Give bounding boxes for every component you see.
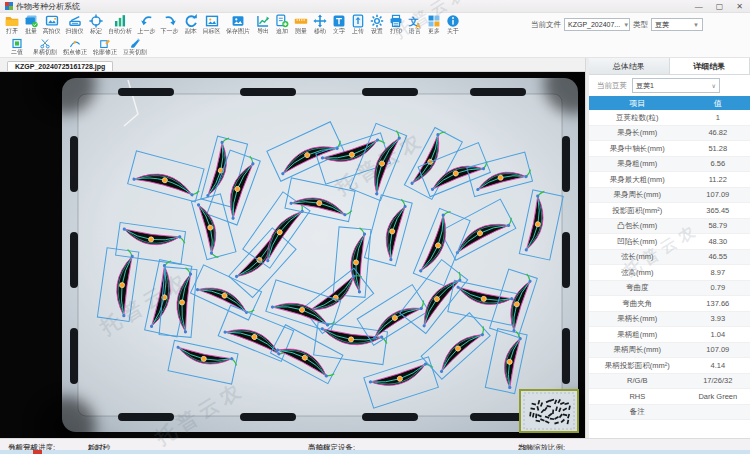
table-row[interactable]: 豆荚粒数(粒)1 xyxy=(589,110,750,126)
copy-icon xyxy=(184,14,198,28)
minimize-button[interactable]: — xyxy=(695,0,703,13)
row-value: 365.45 xyxy=(686,203,750,218)
edit-button-stemcut[interactable]: 果柄切割 xyxy=(31,38,59,57)
scanner-icon xyxy=(68,14,82,28)
toolbar-button-upload[interactable]: 上传 xyxy=(349,14,366,36)
toolbar-button-copy[interactable]: 副本 xyxy=(182,14,199,36)
row-item: 豆荚粒数(粒) xyxy=(589,110,686,125)
table-row[interactable]: 果身周长(mm)107.09 xyxy=(589,188,750,204)
row-item: RHS xyxy=(589,389,686,404)
row-item: 备注 xyxy=(589,405,686,420)
edit-button-binary[interactable]: 二值 xyxy=(5,38,29,57)
toolbar-button-target[interactable]: 目标区 xyxy=(201,14,222,36)
toolbar-button-saveimg[interactable]: 保存图片 xyxy=(224,14,252,36)
toolbar-button-text[interactable]: 文字 xyxy=(330,14,347,36)
row-value: 3.93 xyxy=(686,312,750,327)
podcut-icon xyxy=(129,38,141,49)
table-row[interactable]: 弦长(mm)46.55 xyxy=(589,250,750,266)
toolbar-button-scanner[interactable]: 扫描仪 xyxy=(64,14,85,36)
title-bar: 作物考种分析系统 — ▢ ✕ xyxy=(0,0,750,13)
row-value: 17/26/32 xyxy=(686,374,750,389)
toolbar-button-label: 上一步 xyxy=(138,28,156,35)
toolbar-button-export[interactable]: 导出 xyxy=(254,14,271,36)
chevron-down-icon: ∨ xyxy=(709,82,716,89)
toolbar-button-append[interactable]: 追加 xyxy=(273,14,290,36)
toolbar-button-measure[interactable]: 测量 xyxy=(292,14,309,36)
table-row[interactable]: RHSDark Green xyxy=(589,389,750,405)
toolbar-button-label: 豆荚切割 xyxy=(123,49,147,56)
toolbar-button-prev[interactable]: 上一步 xyxy=(136,14,157,36)
type-select[interactable]: 豆荚 ▼ xyxy=(651,18,703,31)
inflection-icon xyxy=(69,38,81,49)
table-row[interactable]: 果身中轴长(mm)51.28 xyxy=(589,141,750,157)
toolbar-button-label: 高拍仪 xyxy=(43,28,61,35)
toolbar-button-label: 轮廓修正 xyxy=(93,49,117,56)
toolbar-button-label: 标定 xyxy=(90,28,102,35)
toolbar-button-about[interactable]: 关于 xyxy=(444,14,461,36)
edit-button-inflection[interactable]: 拐点修正 xyxy=(61,38,89,57)
table-row[interactable]: 弯曲夹角137.66 xyxy=(589,296,750,312)
table-row[interactable]: 果柄投影面积(mm²)4.14 xyxy=(589,358,750,374)
row-value: 107.09 xyxy=(686,188,750,203)
row-item: 果身粗(mm) xyxy=(589,157,686,172)
current-pod-select[interactable]: 豆荚1 ∨ xyxy=(632,78,720,93)
row-value: 8.97 xyxy=(686,265,750,280)
table-row[interactable]: 果柄粗(mm)1.04 xyxy=(589,327,750,343)
toolbar-button-settings[interactable]: 设置 xyxy=(368,14,385,36)
contour-icon xyxy=(99,38,111,49)
row-value: 137.66 xyxy=(686,296,750,311)
results-tab-1[interactable]: 详细结果 xyxy=(670,58,750,74)
results-tab-0[interactable]: 总体结果 xyxy=(589,58,670,74)
edit-toolbar: 二值果柄切割拐点修正轮廓修正豆荚切割 xyxy=(0,38,750,58)
table-row[interactable]: 凸包长(mm)58.79 xyxy=(589,219,750,235)
bottom-watermark-strip xyxy=(0,450,750,454)
table-row[interactable]: 弯曲度0.79 xyxy=(589,281,750,297)
table-row[interactable]: 凹陷长(mm)48.30 xyxy=(589,234,750,250)
toolbar-button-open[interactable]: 打开 xyxy=(3,14,20,36)
upload-icon xyxy=(351,14,365,28)
toolbar-button-batch[interactable]: 批量 xyxy=(22,14,39,36)
table-row[interactable]: R/G/B17/26/32 xyxy=(589,374,750,390)
toolbar-button-label: 移动 xyxy=(314,28,326,35)
table-row[interactable]: 弦高(mm)8.97 xyxy=(589,265,750,281)
navigator-thumbnail[interactable] xyxy=(520,390,578,432)
row-value: 1 xyxy=(686,110,750,125)
row-item: 果身中轴长(mm) xyxy=(589,141,686,156)
toolbar-button-language[interactable]: 文A语言 xyxy=(406,14,423,36)
edit-button-podcut[interactable]: 豆荚切割 xyxy=(121,38,149,57)
saveimg-icon xyxy=(231,14,245,28)
close-button[interactable]: ✕ xyxy=(736,0,743,13)
toolbar-button-move[interactable]: 移动 xyxy=(311,14,328,36)
chevron-down-icon: ▼ xyxy=(620,22,629,28)
table-row[interactable]: 果身长(mm)46.82 xyxy=(589,126,750,142)
measure-icon xyxy=(294,14,308,28)
row-value xyxy=(686,405,750,420)
table-row[interactable]: 果身粗(mm)6.56 xyxy=(589,157,750,173)
toolbar-button-label: 自动分析 xyxy=(108,28,132,35)
table-row[interactable]: 备注 xyxy=(589,405,750,421)
toolbar-button-print[interactable]: 打印 xyxy=(387,14,404,36)
toolbar-button-doccam[interactable]: 高拍仪 xyxy=(41,14,62,36)
table-row[interactable]: 果柄长(mm)3.93 xyxy=(589,312,750,328)
toolbar-button-more[interactable]: 更多 xyxy=(425,14,442,36)
language-icon: 文A xyxy=(408,14,422,28)
current-file-select[interactable]: KZGP_202407... ▼ xyxy=(564,18,630,31)
row-value: 51.28 xyxy=(686,141,750,156)
header-item-column: 项目 xyxy=(589,96,686,110)
table-row[interactable]: 投影面积(mm²)365.45 xyxy=(589,203,750,219)
maximize-button[interactable]: ▢ xyxy=(716,0,724,13)
toolbar-button-calibrate[interactable]: 标定 xyxy=(87,14,104,36)
toolbar-button-next[interactable]: 下一步 xyxy=(159,14,180,36)
binary-icon xyxy=(11,38,23,49)
toolbar-button-label: 打印 xyxy=(390,28,402,35)
settings-icon xyxy=(370,14,384,28)
table-row[interactable]: 果身最大粗(mm)11.22 xyxy=(589,172,750,188)
image-viewer[interactable] xyxy=(0,72,585,438)
edit-button-contour[interactable]: 轮廓修正 xyxy=(91,38,119,57)
application-window: 作物考种分析系统 — ▢ ✕ 打开批量高拍仪扫描仪标定自动分析上一步下一步副本目… xyxy=(0,0,750,454)
toolbar-button-analyze[interactable]: 自动分析 xyxy=(106,14,134,36)
table-row[interactable]: 果柄周长(mm)107.09 xyxy=(589,343,750,359)
analysis-image[interactable] xyxy=(0,72,585,438)
stemcut-icon xyxy=(39,38,51,49)
document-tab[interactable]: KZGP_20240725161728.jpg xyxy=(7,61,113,71)
